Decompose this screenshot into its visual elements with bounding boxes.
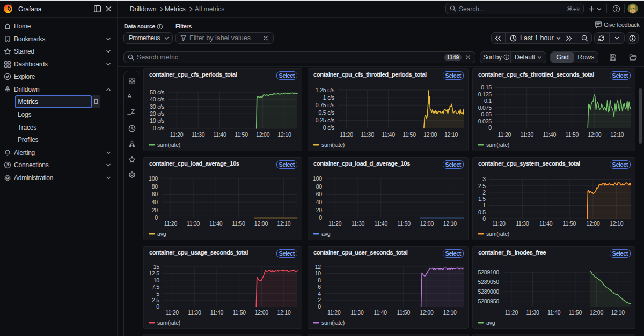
svg-text:11:30: 11:30: [361, 131, 374, 138]
svg-text:12:10: 12:10: [277, 131, 291, 138]
svg-text:3: 3: [482, 176, 486, 182]
svg-text:12.5: 12.5: [149, 270, 159, 277]
svg-text:11:20: 11:20: [498, 131, 511, 138]
svg-text:0.05: 0.05: [481, 111, 492, 117]
svg-text:12:00: 12:00: [420, 220, 434, 227]
svg-text:11:20: 11:20: [340, 131, 353, 138]
svg-text:11:40: 11:40: [374, 309, 387, 316]
svg-text:sum(rate): sum(rate): [321, 319, 345, 326]
svg-text:0: 0: [319, 214, 322, 221]
svg-text:11:30: 11:30: [350, 309, 364, 316]
svg-text:5289100: 5289100: [478, 269, 500, 275]
svg-text:11:50: 11:50: [232, 309, 246, 316]
svg-text:11:20: 11:20: [170, 131, 184, 138]
svg-text:11:40: 11:40: [539, 220, 553, 227]
svg-text:0 c/s: 0 c/s: [153, 125, 164, 131]
svg-text:20 c/s: 20 c/s: [150, 110, 164, 117]
svg-text:11:20: 11:20: [505, 309, 518, 316]
svg-text:12:00: 12:00: [420, 309, 434, 316]
svg-text:avg: avg: [157, 230, 166, 237]
svg-text:0 c/s: 0 c/s: [323, 124, 334, 131]
svg-text:20: 20: [316, 207, 323, 213]
svg-text:11:50: 11:50: [397, 220, 411, 227]
svg-text:2: 2: [482, 189, 486, 196]
svg-text:40: 40: [152, 199, 158, 205]
svg-text:12:10: 12:10: [277, 309, 291, 316]
svg-text:12:10: 12:10: [444, 131, 458, 138]
svg-text:0.15: 0.15: [481, 84, 492, 91]
svg-text:12:10: 12:10: [610, 220, 624, 227]
svg-text:11:30: 11:30: [187, 220, 200, 227]
svg-text:0.5: 0.5: [478, 209, 486, 215]
svg-text:4: 4: [318, 290, 321, 297]
svg-text:10: 10: [153, 277, 160, 283]
svg-text:10 c/s: 10 c/s: [150, 117, 164, 124]
svg-text:2: 2: [318, 297, 321, 303]
svg-text:11:40: 11:40: [209, 220, 223, 227]
svg-text:10: 10: [315, 270, 321, 277]
svg-text:1.5: 1.5: [478, 196, 486, 202]
svg-text:12:00: 12:00: [588, 131, 602, 138]
svg-text:11:50: 11:50: [566, 131, 579, 138]
svg-text:sum(rate): sum(rate): [486, 230, 509, 237]
svg-text:0.75 c/s: 0.75 c/s: [316, 102, 334, 108]
svg-text:15: 15: [153, 264, 160, 270]
svg-text:sum(rate): sum(rate): [321, 141, 345, 148]
svg-text:11:40: 11:40: [213, 131, 226, 138]
svg-text:5: 5: [156, 290, 159, 297]
svg-text:1: 1: [482, 202, 486, 208]
svg-text:5289050: 5289050: [478, 279, 500, 285]
svg-text:7.5: 7.5: [152, 283, 159, 290]
svg-text:6: 6: [318, 283, 321, 290]
svg-text:12:00: 12:00: [255, 309, 269, 316]
svg-text:11:20: 11:20: [164, 220, 178, 227]
svg-text:11:40: 11:40: [382, 131, 395, 138]
svg-text:100: 100: [149, 175, 158, 182]
svg-text:12:00: 12:00: [586, 220, 600, 227]
svg-text:0: 0: [482, 215, 486, 222]
svg-text:60: 60: [316, 191, 323, 197]
svg-text:1.25 c/s: 1.25 c/s: [316, 87, 334, 93]
svg-text:12:00: 12:00: [423, 131, 437, 138]
svg-text:0.075: 0.075: [478, 104, 492, 111]
svg-text:11:20: 11:20: [492, 220, 506, 227]
svg-text:5288950: 5288950: [478, 298, 500, 304]
svg-text:11:30: 11:30: [526, 309, 539, 316]
svg-text:40 c/s: 40 c/s: [150, 96, 164, 102]
svg-text:sum(rate): sum(rate): [157, 319, 180, 326]
svg-text:5289000: 5289000: [478, 288, 500, 295]
svg-text:11:20: 11:20: [165, 309, 179, 316]
svg-text:11:30: 11:30: [352, 220, 365, 227]
svg-text:0.25 c/s: 0.25 c/s: [316, 117, 334, 123]
svg-text:11:40: 11:40: [210, 309, 224, 316]
svg-text:30 c/s: 30 c/s: [150, 103, 164, 110]
svg-text:11:30: 11:30: [188, 309, 201, 316]
svg-text:0.025: 0.025: [478, 118, 492, 124]
svg-text:11:30: 11:30: [192, 131, 205, 138]
svg-text:11:20: 11:20: [328, 220, 342, 227]
svg-text:sum(rate): sum(rate): [486, 141, 509, 148]
svg-text:80: 80: [316, 183, 323, 190]
svg-text:0: 0: [155, 214, 158, 221]
svg-text:11:30: 11:30: [521, 131, 534, 138]
svg-text:11:30: 11:30: [516, 220, 529, 227]
svg-text:11:40: 11:40: [375, 220, 388, 227]
svg-text:50 c/s: 50 c/s: [150, 89, 164, 95]
svg-text:12:00: 12:00: [256, 131, 270, 138]
svg-text:sum(rate): sum(rate): [157, 141, 180, 148]
svg-text:12:10: 12:10: [443, 220, 457, 227]
svg-text:12:10: 12:10: [443, 309, 457, 316]
svg-text:12:10: 12:10: [611, 309, 625, 316]
svg-text:20: 20: [152, 207, 158, 213]
svg-text:11:50: 11:50: [235, 131, 248, 138]
svg-text:11:50: 11:50: [569, 309, 582, 316]
svg-text:12:00: 12:00: [254, 220, 268, 227]
svg-text:100: 100: [313, 175, 322, 182]
svg-text:8: 8: [318, 277, 321, 283]
svg-text:11:20: 11:20: [327, 309, 341, 316]
svg-text:0: 0: [488, 124, 492, 131]
svg-text:11:40: 11:40: [543, 131, 557, 138]
svg-text:12:10: 12:10: [277, 220, 291, 227]
svg-text:11:50: 11:50: [232, 220, 245, 227]
svg-text:12: 12: [315, 264, 321, 270]
